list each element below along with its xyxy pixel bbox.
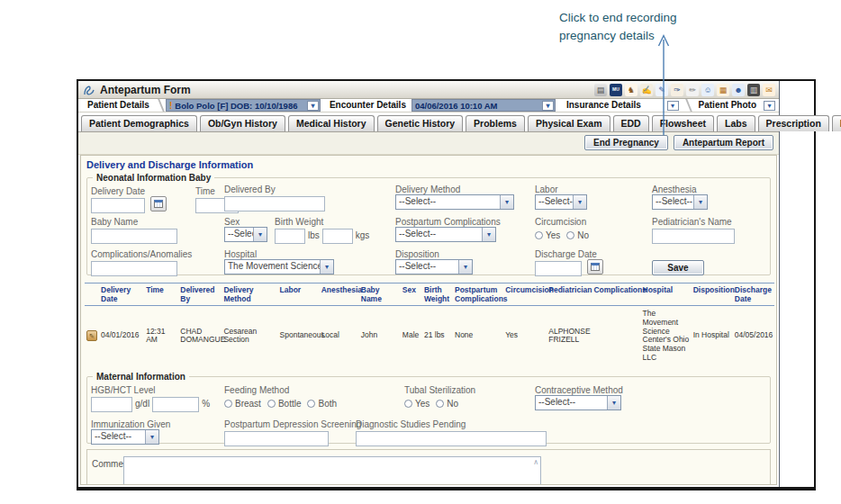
table-header-row: Delivery Date Time Delivered By Delivery…: [85, 284, 774, 306]
device-icon[interactable]: ▥: [747, 84, 760, 96]
immunization-field: Immunization Given --Select--: [91, 419, 170, 446]
labor-select[interactable]: --Select--: [535, 194, 587, 210]
hospital-select[interactable]: The Movement Science Center': [224, 259, 334, 274]
depression-screening-label: Postpartum Depression Screening: [224, 419, 361, 429]
cell: Cesarean Section: [222, 306, 277, 366]
chevron-down-icon: [482, 228, 495, 241]
complications-anomalies-field: Complications/Anomalies: [91, 249, 192, 276]
anesthesia-select[interactable]: --Select--: [652, 194, 708, 210]
sex-select[interactable]: --Select--: [224, 227, 267, 242]
delivery-date-field: Delivery Date: [91, 186, 167, 213]
antepartum-report-button[interactable]: Antepartum Report: [674, 135, 773, 150]
delivered-by-input[interactable]: [224, 196, 325, 212]
tab-obgyn-history[interactable]: Ob/Gyn History: [200, 115, 285, 131]
save-button[interactable]: Save: [652, 260, 704, 275]
delivered-by-label: Delivered By: [224, 184, 325, 194]
chart-edit-icon[interactable]: ✍: [640, 84, 653, 96]
column-header: Pediatrician: [547, 284, 592, 306]
chevron-down-icon: [607, 396, 620, 410]
encounter-details-tab[interactable]: Encounter Details: [324, 99, 411, 112]
clipboard-icon[interactable]: ▤: [594, 84, 607, 96]
cell: 04/05/2016: [733, 306, 774, 366]
pediatrician-input[interactable]: [652, 229, 735, 244]
tab-problems[interactable]: Problems: [466, 115, 525, 131]
calendar-icon[interactable]: [587, 259, 603, 274]
tubal-no-radio[interactable]: No: [436, 399, 458, 409]
tab-prescription[interactable]: Prescription: [758, 115, 829, 131]
contraceptive-method-select[interactable]: --Select--: [535, 395, 621, 410]
tubal-yes-radio[interactable]: Yes: [404, 399, 430, 409]
edit-record-icon[interactable]: ✎: [86, 330, 97, 341]
pet-icon[interactable]: ♞: [625, 84, 638, 96]
discharge-date-input[interactable]: [535, 261, 582, 276]
column-header: Baby Name: [359, 284, 401, 306]
kgs-unit-label: kgs: [356, 230, 370, 240]
tab-edd[interactable]: EDD: [613, 115, 649, 131]
postpartum-complications-select[interactable]: --Select--: [395, 227, 496, 242]
patients-icon[interactable]: ☺: [701, 84, 714, 96]
circumcision-yes-radio[interactable]: Yes: [535, 230, 560, 240]
diagnostic-studies-input[interactable]: [356, 431, 547, 446]
patient-selector[interactable]: ! Bolo Polo [F] DOB: 10/10/1986: [166, 99, 321, 112]
hgb-input[interactable]: [91, 397, 132, 412]
patient-details-tab[interactable]: Patient Details: [82, 99, 155, 112]
tab-physical-exam[interactable]: Physical Exam: [528, 115, 610, 131]
radio-icon: [566, 231, 574, 239]
cell: The Movement Science Center's Ohio State…: [641, 306, 692, 366]
feeding-both-radio[interactable]: Both: [307, 399, 337, 409]
column-header: Complications: [592, 284, 640, 306]
hct-input[interactable]: [152, 397, 199, 412]
calendar-icon[interactable]: ▦: [717, 84, 729, 96]
postpartum-complications-label: Postpartum Complications: [395, 217, 501, 227]
tab-labs[interactable]: Labs: [717, 115, 755, 131]
column-header: Circumcision: [503, 284, 547, 306]
birth-weight-kgs-input[interactable]: [322, 229, 353, 244]
tab-medical-history[interactable]: Medical History: [288, 115, 375, 131]
patient-photo-tab[interactable]: Patient Photo: [693, 99, 762, 112]
depression-screening-input[interactable]: [224, 431, 329, 446]
contraceptive-method-label: Contraceptive Method: [535, 385, 623, 395]
tab-plan-counseling[interactable]: Plan/Counseling: [832, 115, 841, 131]
percent-unit-label: %: [202, 399, 210, 409]
chevron-down-icon[interactable]: [307, 101, 319, 111]
tab-patient-demographics[interactable]: Patient Demographics: [81, 115, 197, 131]
alert-icon: !: [169, 101, 172, 111]
sex-field: Sex --Select--: [224, 217, 267, 243]
delivery-date-input[interactable]: [91, 198, 145, 213]
complications-anomalies-input[interactable]: [91, 261, 177, 276]
delivery-method-label: Delivery Method: [395, 184, 514, 194]
discharge-date-field: Discharge Date: [535, 249, 603, 276]
chevron-down-icon[interactable]: [542, 101, 554, 111]
feeding-breast-radio[interactable]: Breast: [224, 399, 261, 409]
cell: Yes: [503, 306, 547, 366]
immunization-select[interactable]: --Select--: [91, 429, 159, 445]
disposition-select[interactable]: --Select--: [395, 259, 473, 274]
draft-icon[interactable]: ✏: [686, 84, 699, 96]
contact-icon[interactable]: ☻: [732, 84, 745, 96]
scroll-up-icon[interactable]: [533, 458, 538, 466]
diagnostic-studies-label: Diagnostic Studies Pending: [356, 419, 547, 429]
insurance-details-tab[interactable]: Insurance Details: [561, 99, 647, 112]
circumcision-no-radio[interactable]: No: [566, 230, 589, 240]
message-icon[interactable]: ✉: [763, 84, 775, 96]
sign-icon[interactable]: ✑: [671, 84, 683, 96]
chevron-down-icon: [145, 430, 158, 444]
feeding-bottle-radio[interactable]: Bottle: [267, 399, 302, 409]
delivery-method-select[interactable]: --Select--: [395, 194, 514, 210]
baby-name-input[interactable]: [91, 229, 177, 244]
radio-icon: [404, 400, 412, 408]
comments-textarea[interactable]: [123, 456, 541, 485]
radio-icon: [535, 231, 543, 239]
mu-logo-icon[interactable]: MU: [610, 84, 622, 96]
calendar-icon[interactable]: [150, 196, 167, 212]
chevron-down-icon[interactable]: [764, 101, 775, 111]
end-pregnancy-button[interactable]: End Pregnancy: [584, 135, 668, 150]
action-row: End Pregnancy Antepartum Report: [78, 132, 779, 155]
birth-weight-lbs-input[interactable]: [275, 229, 305, 244]
postpartum-complications-field: Postpartum Complications --Select--: [395, 217, 501, 243]
delivery-records-table: Delivery Date Time Delivered By Delivery…: [85, 283, 774, 366]
encounter-selector[interactable]: 04/06/2016 10:10 AM: [411, 99, 556, 112]
tab-genetic-history[interactable]: Genetic History: [377, 115, 464, 131]
antepartum-form-area: Antepartum Form ▤ MU ♞ ✍ ✎ ✑ ✏ ☺ ▦ ☻ ▥ ✉: [78, 81, 780, 487]
column-header: Delivery Method: [222, 284, 277, 306]
